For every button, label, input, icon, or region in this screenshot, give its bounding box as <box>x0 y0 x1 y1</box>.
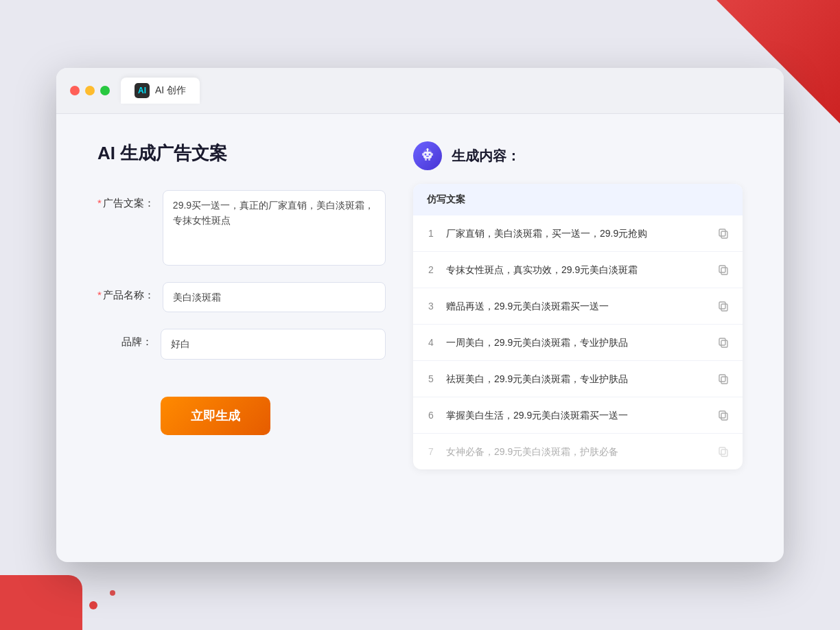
svg-rect-20 <box>719 375 725 382</box>
required-star-product: * <box>97 289 102 301</box>
copy-button[interactable] <box>715 371 732 387</box>
ai-tab-icon: AI <box>135 83 150 98</box>
tab-label: AI 创作 <box>155 84 186 97</box>
svg-rect-11 <box>721 231 727 238</box>
minimize-button[interactable] <box>85 86 95 95</box>
page-title: AI 生成广告文案 <box>97 141 386 165</box>
brand-input[interactable] <box>161 329 386 359</box>
copy-button[interactable] <box>715 298 732 314</box>
svg-rect-4 <box>426 156 429 157</box>
browser-titlebar: AI AI 创作 <box>56 68 784 114</box>
ad-copy-group: *广告文案： <box>97 190 386 266</box>
copy-button[interactable] <box>715 334 732 351</box>
svg-rect-21 <box>721 413 727 420</box>
result-title: 生成内容： <box>452 147 520 165</box>
svg-rect-22 <box>719 411 725 418</box>
svg-rect-10 <box>428 159 430 161</box>
row-text: 赠品再送，29.9元美白淡斑霜买一送一 <box>446 299 707 314</box>
row-number: 7 <box>424 446 438 457</box>
copy-button[interactable] <box>715 443 732 460</box>
svg-rect-12 <box>719 229 725 236</box>
svg-point-2 <box>425 154 427 156</box>
row-text: 专抹女性斑点，真实功效，29.9元美白淡斑霜 <box>446 263 707 277</box>
row-number: 5 <box>424 373 438 384</box>
table-row: 7女神必备，29.9元美白淡斑霜，护肤必备 <box>413 434 743 469</box>
table-row: 6掌握美白生活，29.9元美白淡斑霜买一送一 <box>413 397 743 434</box>
row-text: 祛斑美白，29.9元美白淡斑霜，专业护肤品 <box>446 372 707 386</box>
svg-rect-24 <box>719 447 725 454</box>
svg-point-6 <box>427 148 429 150</box>
product-name-input[interactable] <box>163 282 386 312</box>
copy-button[interactable] <box>715 407 732 423</box>
copy-button[interactable] <box>715 225 732 242</box>
table-row: 4一周美白，29.9元美白淡斑霜，专业护肤品 <box>413 325 743 361</box>
svg-rect-1 <box>423 152 432 159</box>
svg-rect-16 <box>719 302 725 309</box>
table-row: 2专抹女性斑点，真实功效，29.9元美白淡斑霜 <box>413 252 743 288</box>
left-panel: AI 生成广告文案 *广告文案： *产品名称： 品牌： 立 <box>97 141 386 526</box>
svg-rect-7 <box>422 153 423 156</box>
window-controls <box>70 86 110 95</box>
close-button[interactable] <box>70 86 80 95</box>
ai-creation-tab[interactable]: AI AI 创作 <box>121 78 200 104</box>
result-table: 仿写文案 1厂家直销，美白淡斑霜，买一送一，29.9元抢购2专抹女性斑点，真实功… <box>413 184 743 469</box>
row-number: 1 <box>424 228 438 239</box>
product-name-group: *产品名称： <box>97 282 386 312</box>
ad-copy-label: *广告文案： <box>97 190 154 210</box>
svg-rect-18 <box>719 338 725 345</box>
row-number: 2 <box>424 264 438 275</box>
row-number: 6 <box>424 410 438 421</box>
result-header: 生成内容： <box>413 141 743 170</box>
svg-rect-23 <box>721 450 727 456</box>
table-header: 仿写文案 <box>413 184 743 215</box>
main-content: AI 生成广告文案 *广告文案： *产品名称： 品牌： 立 <box>56 114 784 553</box>
svg-rect-14 <box>719 266 725 272</box>
table-row: 5祛斑美白，29.9元美白淡斑霜，专业护肤品 <box>413 361 743 397</box>
row-text: 掌握美白生活，29.9元美白淡斑霜买一送一 <box>446 408 707 423</box>
brand-label: 品牌： <box>97 329 152 349</box>
decorative-dot-1 <box>89 601 97 609</box>
svg-rect-15 <box>721 304 727 311</box>
row-text: 一周美白，29.9元美白淡斑霜，专业护肤品 <box>446 336 707 350</box>
row-text: 厂家直销，美白淡斑霜，买一送一，29.9元抢购 <box>446 226 707 241</box>
ad-copy-input[interactable] <box>163 190 386 266</box>
row-text: 女神必备，29.9元美白淡斑霜，护肤必备 <box>446 445 707 459</box>
svg-rect-17 <box>721 340 727 347</box>
generate-button[interactable]: 立即生成 <box>161 397 270 435</box>
table-row: 3赠品再送，29.9元美白淡斑霜买一送一 <box>413 288 743 325</box>
product-name-label: *产品名称： <box>97 282 154 302</box>
svg-rect-9 <box>425 159 427 161</box>
decorative-dot-2 <box>110 590 115 596</box>
row-number: 4 <box>424 337 438 348</box>
table-row: 1厂家直销，美白淡斑霜，买一送一，29.9元抢购 <box>413 215 743 252</box>
svg-point-3 <box>429 154 431 156</box>
right-panel: 生成内容： 仿写文案 1厂家直销，美白淡斑霜，买一送一，29.9元抢购2专抹女性… <box>413 141 743 526</box>
copy-button[interactable] <box>715 261 732 278</box>
maximize-button[interactable] <box>100 86 110 95</box>
bot-icon <box>413 141 442 170</box>
row-number: 3 <box>424 301 438 312</box>
results-container: 1厂家直销，美白淡斑霜，买一送一，29.9元抢购2专抹女性斑点，真实功效，29.… <box>413 215 743 469</box>
svg-rect-19 <box>721 377 727 384</box>
required-star-ad: * <box>97 197 102 209</box>
browser-window: AI AI 创作 AI 生成广告文案 *广告文案： *产品名称： <box>56 68 784 562</box>
svg-rect-8 <box>432 153 433 156</box>
svg-rect-13 <box>721 268 727 275</box>
decorative-corner-bottom-left <box>0 575 82 630</box>
brand-group: 品牌： <box>97 329 386 359</box>
